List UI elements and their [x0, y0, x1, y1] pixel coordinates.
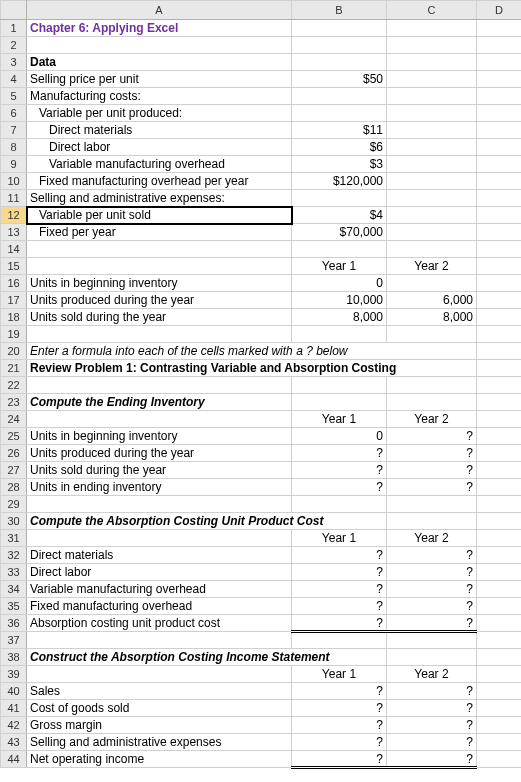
col-header-D[interactable]: D [477, 1, 522, 20]
cell-C9[interactable] [387, 156, 477, 173]
cell-B35[interactable]: ? [292, 598, 387, 615]
cell-D19[interactable] [477, 326, 522, 343]
cell-B25[interactable]: 0 [292, 428, 387, 445]
cell-D26[interactable] [477, 445, 522, 462]
cell-B23[interactable] [292, 394, 387, 411]
cell-A34[interactable]: Variable manufacturing overhead [27, 581, 292, 598]
cell-A26[interactable]: Units produced during the year [27, 445, 292, 462]
cell-A38[interactable]: Construct the Absorption Costing Income … [27, 649, 387, 666]
row-header[interactable]: 36 [1, 615, 27, 632]
cell-D18[interactable] [477, 309, 522, 326]
row-header[interactable]: 19 [1, 326, 27, 343]
cell-D37[interactable] [477, 632, 522, 649]
cell-D3[interactable] [477, 54, 522, 71]
cell-D5[interactable] [477, 88, 522, 105]
cell-D42[interactable] [477, 717, 522, 734]
cell-C7[interactable] [387, 122, 477, 139]
cell-D11[interactable] [477, 190, 522, 207]
cell-C13[interactable] [387, 224, 477, 241]
cell-C22[interactable] [387, 377, 477, 394]
cell-D10[interactable] [477, 173, 522, 190]
row-header[interactable]: 22 [1, 377, 27, 394]
cell-C6[interactable] [387, 105, 477, 122]
cell-B31[interactable]: Year 1 [292, 530, 387, 547]
cell-B43[interactable]: ? [292, 734, 387, 751]
cell-B39[interactable]: Year 1 [292, 666, 387, 683]
cell-B24[interactable]: Year 1 [292, 411, 387, 428]
cell-D28[interactable] [477, 479, 522, 496]
cell-C33[interactable]: ? [387, 564, 477, 581]
cell-C19[interactable] [387, 326, 477, 343]
cell-D12[interactable] [477, 207, 522, 224]
cell-A30[interactable]: Compute the Absorption Costing Unit Prod… [27, 513, 387, 530]
cell-A6[interactable]: Variable per unit produced: [27, 105, 292, 122]
cell-C32[interactable]: ? [387, 547, 477, 564]
cell-A1[interactable]: Chapter 6: Applying Excel [27, 20, 292, 37]
cell-C18[interactable]: 8,000 [387, 309, 477, 326]
cell-D9[interactable] [477, 156, 522, 173]
cell-B4[interactable]: $50 [292, 71, 387, 88]
cell-D14[interactable] [477, 241, 522, 258]
cell-A14[interactable] [27, 241, 292, 258]
cell-A42[interactable]: Gross margin [27, 717, 292, 734]
cell-A12[interactable]: Variable per unit sold [27, 207, 292, 224]
row-header[interactable]: 20 [1, 343, 27, 360]
cell-C11[interactable] [387, 190, 477, 207]
cell-D22[interactable] [477, 377, 522, 394]
spreadsheet-grid[interactable]: A B C D 1 Chapter 6: Applying Excel 2 3 … [0, 0, 521, 769]
row-header[interactable]: 17 [1, 292, 27, 309]
row-header[interactable]: 2 [1, 37, 27, 54]
cell-A41[interactable]: Cost of goods sold [27, 700, 292, 717]
cell-D40[interactable] [477, 683, 522, 700]
cell-A7[interactable]: Direct materials [27, 122, 292, 139]
row-header[interactable]: 10 [1, 173, 27, 190]
cell-A4[interactable]: Selling price per unit [27, 71, 292, 88]
row-header[interactable]: 15 [1, 258, 27, 275]
row-header[interactable]: 13 [1, 224, 27, 241]
cell-B37[interactable] [292, 632, 387, 649]
row-header[interactable]: 33 [1, 564, 27, 581]
cell-B18[interactable]: 8,000 [292, 309, 387, 326]
cell-D44[interactable] [477, 751, 522, 768]
cell-B10[interactable]: $120,000 [292, 173, 387, 190]
cell-D17[interactable] [477, 292, 522, 309]
row-header[interactable]: 39 [1, 666, 27, 683]
cell-B5[interactable] [292, 88, 387, 105]
row-header[interactable]: 24 [1, 411, 27, 428]
row-header[interactable]: 18 [1, 309, 27, 326]
cell-C2[interactable] [387, 37, 477, 54]
cell-B44[interactable]: ? [292, 751, 387, 768]
cell-A11[interactable]: Selling and administrative expenses: [27, 190, 292, 207]
cell-C23[interactable] [387, 394, 477, 411]
cell-A21[interactable]: Review Problem 1: Contrasting Variable a… [27, 360, 477, 377]
cell-C17[interactable]: 6,000 [387, 292, 477, 309]
row-header[interactable]: 38 [1, 649, 27, 666]
cell-B29[interactable] [292, 496, 387, 513]
row-header[interactable]: 42 [1, 717, 27, 734]
cell-D8[interactable] [477, 139, 522, 156]
cell-B3[interactable] [292, 54, 387, 71]
cell-C38[interactable] [387, 649, 477, 666]
col-header-A[interactable]: A [27, 1, 292, 20]
cell-B40[interactable]: ? [292, 683, 387, 700]
cell-D24[interactable] [477, 411, 522, 428]
cell-B6[interactable] [292, 105, 387, 122]
cell-B32[interactable]: ? [292, 547, 387, 564]
cell-D2[interactable] [477, 37, 522, 54]
cell-B1[interactable] [292, 20, 387, 37]
cell-A16[interactable]: Units in beginning inventory [27, 275, 292, 292]
cell-A23[interactable]: Compute the Ending Inventory [27, 394, 292, 411]
row-header[interactable]: 26 [1, 445, 27, 462]
cell-C1[interactable] [387, 20, 477, 37]
cell-A36[interactable]: Absorption costing unit product cost [27, 615, 292, 632]
cell-B19[interactable] [292, 326, 387, 343]
row-header[interactable]: 12 [1, 207, 27, 224]
cell-C4[interactable] [387, 71, 477, 88]
cell-B8[interactable]: $6 [292, 139, 387, 156]
cell-B26[interactable]: ? [292, 445, 387, 462]
cell-B9[interactable]: $3 [292, 156, 387, 173]
cell-A5[interactable]: Manufacturing costs: [27, 88, 292, 105]
cell-B14[interactable] [292, 241, 387, 258]
row-header[interactable]: 4 [1, 71, 27, 88]
cell-D21[interactable] [477, 360, 522, 377]
